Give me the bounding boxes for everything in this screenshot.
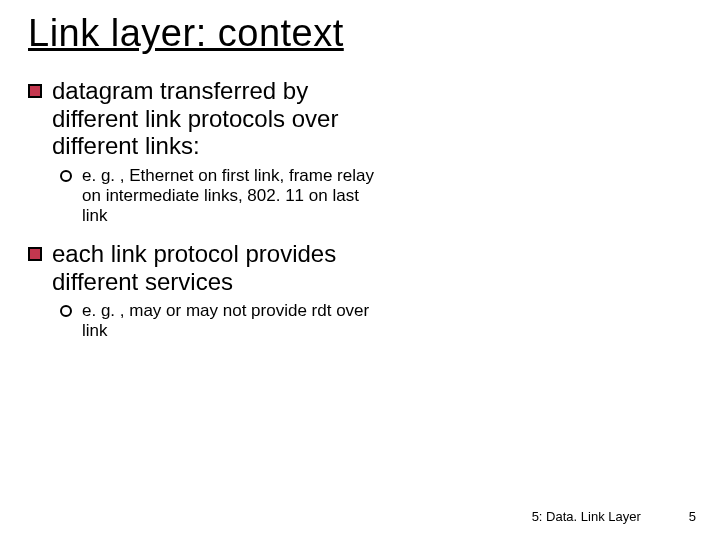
- subbullet-2-text: e. g. , may or may not provide rdt over …: [82, 301, 382, 341]
- subbullet-1-text: e. g. , Ethernet on first link, frame re…: [82, 166, 382, 226]
- circle-bullet-icon: [60, 305, 72, 317]
- bullet-2-text: each link protocol provides different se…: [52, 240, 392, 295]
- square-bullet-icon: [28, 247, 42, 261]
- bullet-2: each link protocol provides different se…: [28, 240, 700, 295]
- bullet-1: datagram transferred by different link p…: [28, 77, 700, 160]
- subbullet-2: e. g. , may or may not provide rdt over …: [60, 301, 700, 341]
- footer-section: 5: Data. Link Layer: [532, 509, 641, 524]
- slide-footer: 5: Data. Link Layer 5: [532, 509, 696, 524]
- slide-title: Link layer: context: [28, 12, 700, 55]
- footer-page-number: 5: [689, 509, 696, 524]
- square-bullet-icon: [28, 84, 42, 98]
- bullet-1-text: datagram transferred by different link p…: [52, 77, 392, 160]
- subbullet-1: e. g. , Ethernet on first link, frame re…: [60, 166, 700, 226]
- circle-bullet-icon: [60, 170, 72, 182]
